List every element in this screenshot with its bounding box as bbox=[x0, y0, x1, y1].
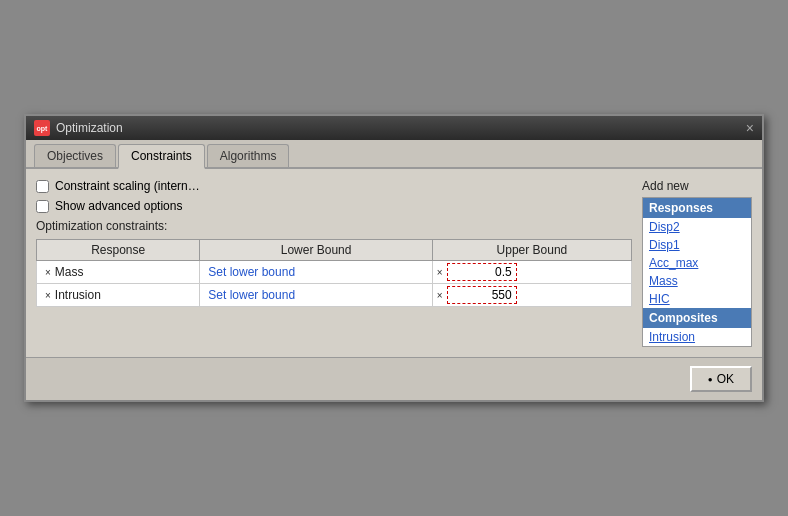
composites-header: Composites bbox=[643, 308, 751, 328]
constraint-scaling-checkbox[interactable] bbox=[36, 180, 49, 193]
constraints-table: Response Lower Bound Upper Bound × Mass bbox=[36, 239, 632, 307]
right-panel: Add new Responses Disp2 Disp1 Acc_max Ma… bbox=[642, 179, 752, 347]
ok-button[interactable]: ● OK bbox=[690, 366, 752, 392]
intrusion-upper-bound-input[interactable] bbox=[447, 286, 517, 304]
app-icon: opt bbox=[34, 120, 50, 136]
intrusion-label: Intrusion bbox=[55, 288, 101, 302]
intrusion-upper-bound-cell: × bbox=[432, 284, 631, 307]
response-item-intrusion[interactable]: Intrusion bbox=[643, 328, 751, 346]
show-advanced-label: Show advanced options bbox=[55, 199, 182, 213]
table-row: × Intrusion Set lower bound × bbox=[37, 284, 632, 307]
responses-header: Responses bbox=[643, 198, 751, 218]
close-button[interactable]: × bbox=[746, 121, 754, 135]
intrusion-response-cell: × Intrusion bbox=[37, 284, 200, 307]
mass-remove-button[interactable]: × bbox=[45, 267, 51, 278]
response-item-hic[interactable]: HIC bbox=[643, 290, 751, 308]
titlebar-left: opt Optimization bbox=[34, 120, 123, 136]
mass-upper-bound-input[interactable] bbox=[447, 263, 517, 281]
footer: ● OK bbox=[26, 357, 762, 400]
ok-label: OK bbox=[717, 372, 734, 386]
mass-upper-remove-button[interactable]: × bbox=[437, 267, 443, 278]
titlebar: opt Optimization × bbox=[26, 116, 762, 140]
show-advanced-checkbox[interactable] bbox=[36, 200, 49, 213]
left-panel: Constraint scaling (intern… Show advance… bbox=[36, 179, 632, 347]
tab-bar: Objectives Constraints Algorithms bbox=[26, 140, 762, 169]
checkbox-constraint-scaling: Constraint scaling (intern… bbox=[36, 179, 632, 193]
table-row: × Mass Set lower bound × bbox=[37, 261, 632, 284]
response-item-acc-max[interactable]: Acc_max bbox=[643, 254, 751, 272]
response-item-disp1[interactable]: Disp1 bbox=[643, 236, 751, 254]
tab-algorithms[interactable]: Algorithms bbox=[207, 144, 290, 167]
main-content: Constraint scaling (intern… Show advance… bbox=[26, 169, 762, 357]
intrusion-lower-bound-link[interactable]: Set lower bound bbox=[208, 288, 295, 302]
tab-objectives[interactable]: Objectives bbox=[34, 144, 116, 167]
add-new-label: Add new bbox=[642, 179, 752, 193]
col-header-upper-bound: Upper Bound bbox=[432, 240, 631, 261]
mass-label: Mass bbox=[55, 265, 84, 279]
responses-list: Responses Disp2 Disp1 Acc_max Mass HIC C… bbox=[642, 197, 752, 347]
mass-lower-bound-cell: Set lower bound bbox=[200, 261, 433, 284]
intrusion-upper-remove-button[interactable]: × bbox=[437, 290, 443, 301]
constraint-scaling-label: Constraint scaling (intern… bbox=[55, 179, 200, 193]
col-header-lower-bound: Lower Bound bbox=[200, 240, 433, 261]
checkbox-show-advanced: Show advanced options bbox=[36, 199, 632, 213]
intrusion-remove-button[interactable]: × bbox=[45, 290, 51, 301]
mass-upper-bound-cell: × bbox=[432, 261, 631, 284]
mass-lower-bound-link[interactable]: Set lower bound bbox=[208, 265, 295, 279]
col-header-response: Response bbox=[37, 240, 200, 261]
tab-constraints[interactable]: Constraints bbox=[118, 144, 205, 169]
intrusion-lower-bound-cell: Set lower bound bbox=[200, 284, 433, 307]
window-title: Optimization bbox=[56, 121, 123, 135]
response-item-disp2[interactable]: Disp2 bbox=[643, 218, 751, 236]
response-item-mass[interactable]: Mass bbox=[643, 272, 751, 290]
mass-response-cell: × Mass bbox=[37, 261, 200, 284]
section-label: Optimization constraints: bbox=[36, 219, 632, 233]
optimization-window: opt Optimization × Objectives Constraint… bbox=[24, 114, 764, 402]
